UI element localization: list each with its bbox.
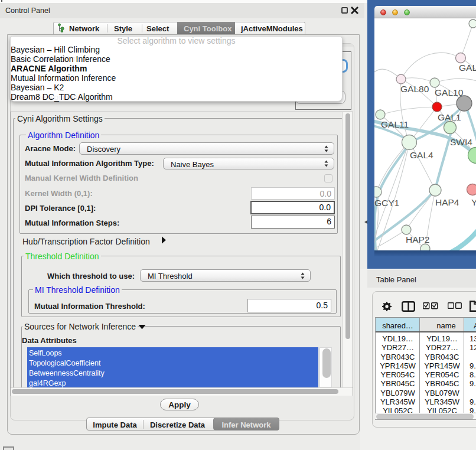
svg-text:GAL1: GAL1 — [438, 112, 461, 122]
svg-text:GAL: GAL — [459, 63, 476, 73]
svg-text:GAL11: GAL11 — [381, 119, 409, 129]
svg-text:GCY1: GCY1 — [374, 198, 399, 208]
svg-text:GAL10: GAL10 — [435, 87, 464, 97]
svg-text:SWI4: SWI4 — [450, 137, 472, 147]
svg-text:HAP2: HAP2 — [406, 234, 430, 244]
svg-text:GAL4: GAL4 — [410, 150, 433, 160]
svg-text:GAL80: GAL80 — [400, 84, 429, 94]
svg-text:Y: Y — [471, 197, 476, 207]
svg-text:HAP4: HAP4 — [435, 197, 459, 207]
